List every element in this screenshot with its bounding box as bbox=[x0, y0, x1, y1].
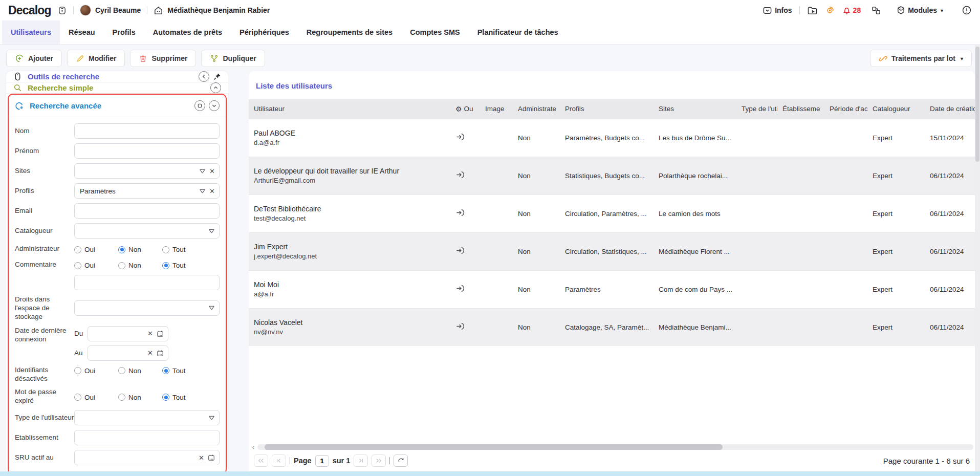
login-as-icon[interactable] bbox=[455, 246, 465, 255]
login-as-icon[interactable] bbox=[455, 170, 465, 180]
email-input[interactable] bbox=[74, 203, 220, 219]
tab-utilisateurs[interactable]: Utilisateurs bbox=[2, 20, 60, 44]
search-tools-header[interactable]: Outils de recherche bbox=[6, 71, 228, 82]
col-sites[interactable]: Sites bbox=[654, 99, 736, 119]
popout-button[interactable] bbox=[194, 100, 205, 111]
login-as-icon[interactable] bbox=[455, 132, 465, 142]
commentaire-input[interactable] bbox=[74, 275, 220, 290]
sru-date-input[interactable] bbox=[74, 450, 220, 465]
calendar-icon[interactable] bbox=[157, 330, 164, 337]
radio-option[interactable]: Oui bbox=[74, 262, 118, 269]
table-row[interactable]: Moi Moia@a.fr Non Paramètres Com de com … bbox=[249, 270, 975, 308]
app-switch-icon[interactable] bbox=[57, 6, 67, 15]
col-utilisateur[interactable]: Utilisateur bbox=[249, 99, 450, 119]
table-row[interactable]: Paul ABOGEd.a@a.fr Non Paramètres, Budge… bbox=[249, 119, 975, 157]
droits-stockage-select[interactable] bbox=[74, 300, 220, 316]
login-as-icon[interactable] bbox=[455, 321, 465, 331]
col-profils[interactable]: Profils bbox=[560, 99, 654, 119]
advanced-search-header[interactable]: Recherche avancée bbox=[9, 95, 226, 117]
dropdown-icon[interactable] bbox=[199, 168, 206, 174]
radio-option[interactable]: Oui bbox=[74, 367, 118, 375]
table-row[interactable]: Nicolas Vaceletnv@nv.nv Non Catalogage, … bbox=[249, 308, 975, 346]
col-ou[interactable]: ⚙Ou bbox=[450, 99, 480, 119]
radio-option[interactable]: Tout bbox=[162, 262, 206, 269]
simple-search-header[interactable]: Recherche simple bbox=[6, 82, 228, 94]
modules-menu[interactable]: Modules▾ bbox=[897, 6, 943, 15]
catalogueur-select[interactable] bbox=[74, 223, 220, 239]
tab-automates-de-pr-ts[interactable]: Automates de prêts bbox=[144, 20, 231, 44]
type-utilisateur-select[interactable] bbox=[74, 410, 220, 425]
integrations-button[interactable] bbox=[871, 6, 881, 15]
col-periode[interactable]: Période d'ac bbox=[824, 99, 867, 119]
last-page-button[interactable] bbox=[372, 455, 386, 467]
collapse-advanced-search-button[interactable] bbox=[209, 100, 220, 111]
radio-option[interactable]: Tout bbox=[162, 394, 206, 401]
prenom-input[interactable] bbox=[74, 143, 220, 159]
horizontal-scrollbar[interactable]: ‹ bbox=[249, 444, 975, 450]
tab-profils[interactable]: Profils bbox=[104, 20, 144, 44]
calendar-icon[interactable] bbox=[208, 454, 215, 461]
dropdown-icon[interactable] bbox=[208, 305, 215, 311]
page-number-input[interactable] bbox=[315, 455, 329, 467]
dropdown-icon[interactable] bbox=[208, 415, 215, 421]
profils-select[interactable] bbox=[74, 183, 220, 199]
col-administrateur[interactable]: Administrate bbox=[513, 99, 560, 119]
notifications-button[interactable]: 28 bbox=[842, 6, 861, 15]
radio-option[interactable]: Tout bbox=[162, 246, 206, 253]
calendar-icon[interactable] bbox=[157, 350, 164, 357]
add-button[interactable]: Ajouter bbox=[6, 50, 62, 67]
pin-icon[interactable] bbox=[213, 73, 221, 81]
broadcast-button[interactable] bbox=[825, 6, 835, 15]
table-row[interactable]: DeTest Bibliothécairetest@decalog.net No… bbox=[249, 194, 975, 232]
modify-button[interactable]: Modifier bbox=[67, 50, 125, 67]
dropdown-icon[interactable] bbox=[199, 188, 206, 194]
tab-p-riph-riques[interactable]: Périphériques bbox=[231, 20, 298, 44]
sites-select[interactable] bbox=[74, 163, 220, 179]
col-date-creation[interactable]: Date de création bbox=[925, 99, 975, 119]
current-site[interactable]: Médiathèque Benjamin Rabier bbox=[154, 6, 270, 15]
etablissement-input[interactable] bbox=[74, 430, 220, 445]
tab-planificateur-de-t-ches[interactable]: Planificateur de tâches bbox=[469, 20, 567, 44]
current-user[interactable]: Cyril Beaume bbox=[80, 5, 141, 16]
documents-button[interactable] bbox=[807, 6, 818, 15]
first-page-button[interactable] bbox=[254, 455, 268, 467]
radio-option[interactable]: Non bbox=[118, 262, 162, 269]
radio-option[interactable]: Non bbox=[118, 367, 162, 375]
previous-page-button[interactable] bbox=[272, 455, 286, 467]
col-etablissement[interactable]: Établisseme bbox=[777, 99, 824, 119]
clear-icon[interactable]: ✕ bbox=[147, 330, 153, 337]
radio-option[interactable]: Tout bbox=[162, 367, 206, 375]
collapse-simple-search-button[interactable] bbox=[210, 82, 221, 93]
scroll-left-icon[interactable]: ‹ bbox=[250, 445, 256, 450]
tab-comptes-sms[interactable]: Comptes SMS bbox=[401, 20, 469, 44]
nom-input[interactable] bbox=[74, 123, 220, 139]
dropdown-icon[interactable] bbox=[208, 228, 215, 234]
scrollbar-thumb[interactable] bbox=[975, 47, 979, 162]
radio-option[interactable]: Oui bbox=[74, 246, 118, 253]
help-button[interactable] bbox=[962, 5, 972, 15]
table-row[interactable]: Jim Expertj.expert@decalog.net Non Circu… bbox=[249, 232, 975, 270]
table-row[interactable]: Le développeur qui doit travailler sur I… bbox=[249, 157, 975, 194]
tab-r-seau[interactable]: Réseau bbox=[60, 20, 104, 44]
clear-icon[interactable]: ✕ bbox=[147, 350, 153, 356]
radio-option[interactable]: Non bbox=[118, 246, 162, 253]
duplicate-button[interactable]: Dupliquer bbox=[201, 50, 265, 67]
clear-icon[interactable]: ✕ bbox=[209, 168, 215, 175]
vertical-scrollbar[interactable] bbox=[975, 45, 980, 471]
scrollbar-thumb[interactable] bbox=[265, 444, 723, 450]
refresh-list-button[interactable] bbox=[394, 455, 408, 467]
clear-icon[interactable]: ✕ bbox=[209, 188, 215, 194]
clear-icon[interactable]: ✕ bbox=[199, 455, 204, 461]
delete-button[interactable]: Supprimer bbox=[130, 50, 196, 67]
radio-option[interactable]: Oui bbox=[74, 394, 118, 401]
infos-button[interactable]: Infos bbox=[763, 6, 792, 15]
batch-actions-button[interactable]: Traitements par lot▾ bbox=[870, 50, 972, 67]
login-as-icon[interactable] bbox=[455, 284, 465, 293]
tab-regroupements-de-sites[interactable]: Regroupements de sites bbox=[298, 20, 401, 44]
col-image[interactable]: Image bbox=[480, 99, 513, 119]
col-type-utilisateur[interactable]: Type de l'util bbox=[736, 99, 777, 119]
login-as-icon[interactable] bbox=[455, 208, 465, 218]
collapse-panel-button[interactable] bbox=[199, 71, 209, 82]
radio-option[interactable]: Non bbox=[118, 394, 162, 401]
col-catalogueur[interactable]: Catalogueur bbox=[867, 99, 925, 119]
